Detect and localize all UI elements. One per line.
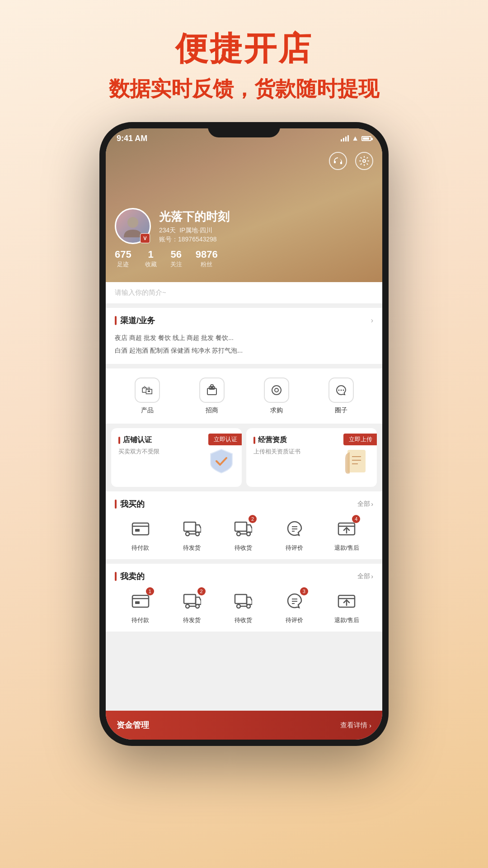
svg-rect-16 xyxy=(135,529,140,532)
svg-rect-28 xyxy=(135,601,140,604)
svg-rect-11 xyxy=(347,450,366,472)
settings-icon[interactable] xyxy=(355,152,373,170)
screen-scroll[interactable]: 请输入你的简介~ 渠道/业务 › 夜店 商超 批发 餐饮 线上 商超 批发 餐饮… xyxy=(106,282,382,711)
svg-point-8 xyxy=(338,390,339,391)
sales-section: 我卖的 全部 › xyxy=(106,564,382,632)
sales-review[interactable]: 3 待评价 xyxy=(283,589,306,624)
user-account: 账号：18976543298 xyxy=(159,236,230,244)
order-receiving[interactable]: 2 待收货 xyxy=(231,517,255,552)
svg-point-22 xyxy=(247,532,250,536)
sales-refund[interactable]: 退款/售后 xyxy=(334,589,360,624)
nav-buy-label: 求购 xyxy=(270,406,283,415)
phone-screen: 9:41 AM ▲ xyxy=(106,128,382,740)
channel-chevron[interactable]: › xyxy=(371,316,373,325)
badge-sales-review: 3 xyxy=(300,587,308,595)
sales-receiving[interactable]: 待收货 xyxy=(231,589,255,624)
badge-sales-ship: 2 xyxy=(197,587,206,595)
order-review[interactable]: 待评价 xyxy=(283,517,306,552)
cert-icon-1 xyxy=(206,445,237,482)
svg-rect-20 xyxy=(235,522,247,531)
bottom-bar-action[interactable]: 查看详情 › xyxy=(340,721,371,730)
shop-cert-card[interactable]: 立即认证 店铺认证 买卖双方不受限 xyxy=(111,428,242,487)
status-icons: ▲ xyxy=(341,134,371,142)
cert-badge-1[interactable]: 立即认证 xyxy=(208,434,242,445)
stat-favorites: 1 收藏 xyxy=(145,249,157,269)
svg-point-34 xyxy=(247,604,250,608)
sales-pending-pay[interactable]: 1 待付款 xyxy=(129,589,152,624)
svg-rect-15 xyxy=(132,523,149,535)
hero-header: 9:41 AM ▲ xyxy=(106,128,382,282)
purchases-title: 我买的 xyxy=(115,499,145,509)
nav-buy[interactable]: 求购 xyxy=(264,377,289,415)
circle-icon xyxy=(328,377,354,403)
page-title-block: 便捷开店 数据实时反馈，货款随时提现 xyxy=(0,0,488,103)
nav-product[interactable]: 🛍 产品 xyxy=(135,377,160,415)
invest-icon xyxy=(199,377,225,403)
biz-cert-card[interactable]: 立即上传 经营资质 上传相关资质证书 xyxy=(246,428,377,487)
nav-product-label: 产品 xyxy=(141,406,154,415)
svg-point-19 xyxy=(196,532,199,536)
badge-receiving: 2 xyxy=(249,515,257,523)
avatar-badge: V xyxy=(140,233,150,243)
purchases-section: 我买的 全部 › xyxy=(106,491,382,559)
bio-placeholder: 请输入你的简介~ xyxy=(115,288,166,296)
bio-section[interactable]: 请输入你的简介~ xyxy=(106,282,382,303)
header-actions xyxy=(329,152,373,170)
main-title-line1: 便捷开店 xyxy=(0,27,488,71)
stats-row: 675 足迹 1 收藏 56 关注 xyxy=(115,249,373,269)
sales-view-all[interactable]: 全部 › xyxy=(357,572,373,580)
phone-frame: 9:41 AM ▲ xyxy=(99,122,389,746)
svg-point-6 xyxy=(272,386,281,395)
quick-nav: 🛍 产品 招商 xyxy=(106,368,382,424)
phone-notch xyxy=(208,122,280,137)
svg-point-0 xyxy=(363,160,366,162)
order-pending-pay[interactable]: 待付款 xyxy=(129,517,152,552)
svg-point-30 xyxy=(186,604,189,608)
user-meta: 234天 IP属地·四川 xyxy=(159,226,230,235)
svg-rect-27 xyxy=(132,595,149,607)
buy-icon xyxy=(264,377,289,403)
nav-circle[interactable]: 圈子 xyxy=(328,377,354,415)
phone-mockup: 9:41 AM ▲ xyxy=(99,122,389,746)
svg-point-9 xyxy=(340,390,342,391)
username: 光落下的时刻 xyxy=(159,209,230,225)
status-time: 9:41 AM xyxy=(117,134,147,143)
signal-icon xyxy=(341,135,349,142)
sales-title: 我卖的 xyxy=(115,571,145,582)
avatar-container: V xyxy=(115,208,151,244)
order-pending-pay-label: 待付款 xyxy=(131,544,149,552)
product-icon: 🛍 xyxy=(135,377,160,403)
battery-icon xyxy=(361,136,371,141)
svg-rect-32 xyxy=(235,594,247,604)
svg-point-31 xyxy=(196,604,199,608)
svg-rect-17 xyxy=(184,522,196,531)
cert-badge-2[interactable]: 立即上传 xyxy=(343,434,377,445)
svg-point-18 xyxy=(186,532,189,536)
nav-circle-label: 圈子 xyxy=(335,406,347,415)
headset-icon[interactable] xyxy=(329,152,347,170)
svg-point-7 xyxy=(275,388,278,392)
svg-point-10 xyxy=(343,390,344,391)
cert-icon-2 xyxy=(341,445,372,482)
nav-invest[interactable]: 招商 xyxy=(199,377,225,415)
sales-pending-ship[interactable]: 2 待发货 xyxy=(180,589,204,624)
svg-point-21 xyxy=(237,532,240,536)
badge-refund: 4 xyxy=(352,515,360,523)
order-pending-ship[interactable]: 待发货 xyxy=(180,517,204,552)
purchases-view-all[interactable]: 全部 › xyxy=(357,500,373,508)
purchases-icons-row: 待付款 xyxy=(115,517,373,552)
stat-following: 56 关注 xyxy=(170,249,182,269)
bottom-bar[interactable]: 资金管理 查看详情 › xyxy=(106,711,382,740)
stat-fans: 9876 粉丝 xyxy=(196,249,218,269)
badge-sales-pay: 1 xyxy=(146,587,154,595)
wifi-icon: ▲ xyxy=(352,134,359,142)
main-title-line2: 数据实时反馈，货款随时提现 xyxy=(0,75,488,103)
order-refund[interactable]: 4 退款/售后 xyxy=(334,517,360,552)
sales-icons-row: 1 待付款 xyxy=(115,589,373,624)
nav-invest-label: 招商 xyxy=(206,406,218,415)
stat-footprint: 675 足迹 xyxy=(115,249,131,269)
bottom-bar-title: 资金管理 xyxy=(117,720,149,731)
svg-rect-29 xyxy=(184,594,196,604)
channel-section: 渠道/业务 › 夜店 商超 批发 餐饮 线上 商超 批发 餐饮... 白酒 起泡… xyxy=(106,308,382,364)
channel-title: 渠道/业务 xyxy=(115,315,155,326)
